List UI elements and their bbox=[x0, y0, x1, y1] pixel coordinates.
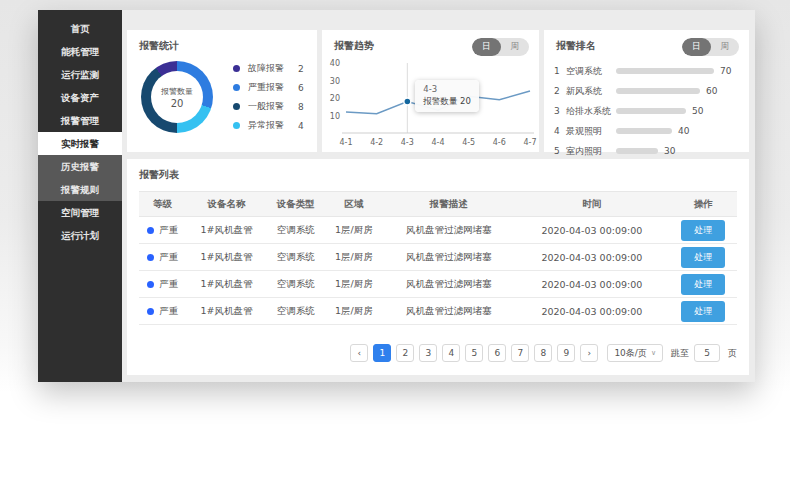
page-button-2[interactable]: 2 bbox=[396, 344, 414, 362]
svg-text:4-4: 4-4 bbox=[431, 138, 444, 147]
type-cell: 空调系统 bbox=[267, 298, 325, 325]
level-text: 严重 bbox=[159, 251, 178, 262]
rank-value: 30 bbox=[664, 146, 675, 156]
sidebar-item-monitoring[interactable]: 运行监测 bbox=[38, 63, 122, 86]
alarm-table: 等级设备名称设备类型区域报警描述时间操作 严重1#风机盘管空调系统1层/厨房风机… bbox=[139, 191, 737, 325]
sidebar-item-energy[interactable]: 能耗管理 bbox=[38, 40, 122, 63]
table-row: 严重1#风机盘管空调系统1层/厨房风机盘管过滤网堵塞2020-04-03 00:… bbox=[139, 244, 737, 271]
main-content: 报警统计 报警数量 20 故障报警2严重报警6一般报警8异常报警4 报警趋势 bbox=[122, 10, 755, 382]
svg-text:4-6: 4-6 bbox=[493, 138, 506, 147]
sidebar-item-alarm-rules[interactable]: 报警规则 bbox=[38, 178, 122, 201]
time-cell: 2020-04-03 00:09:00 bbox=[514, 271, 669, 298]
legend-label: 严重报警 bbox=[248, 81, 298, 94]
column-header: 等级 bbox=[139, 192, 187, 217]
page-button-4[interactable]: 4 bbox=[442, 344, 460, 362]
handle-button[interactable]: 处理 bbox=[681, 247, 725, 268]
level-cell: 严重 bbox=[139, 298, 187, 325]
jump-page-input[interactable] bbox=[694, 344, 720, 362]
svg-text:20: 20 bbox=[330, 94, 340, 103]
sidebar-item-alarm[interactable]: 报警管理 bbox=[38, 109, 122, 132]
rank-number: 1 bbox=[554, 66, 566, 76]
table-row: 严重1#风机盘管空调系统1层/厨房风机盘管过滤网堵塞2020-04-03 00:… bbox=[139, 217, 737, 244]
rank-label: 景观照明 bbox=[566, 125, 616, 138]
action-cell: 处理 bbox=[669, 217, 737, 244]
action-cell: 处理 bbox=[669, 271, 737, 298]
legend-dot-icon bbox=[233, 122, 240, 129]
legend-dot-icon bbox=[233, 103, 240, 110]
tooltip-value: 报警数量 20 bbox=[423, 96, 471, 108]
svg-text:30: 30 bbox=[330, 77, 340, 86]
sidebar-item-history-alarm[interactable]: 历史报警 bbox=[38, 155, 122, 178]
alarm-trend-card: 报警趋势 日 周 102030404-14-24-34-44-54-64-7 4… bbox=[322, 30, 539, 152]
sidebar-item-realtime-alarm[interactable]: 实时报警 bbox=[38, 132, 122, 155]
ranking-period-toggle: 日 周 bbox=[682, 38, 739, 56]
svg-text:4-7: 4-7 bbox=[523, 138, 536, 147]
ranking-row: 4景观照明40 bbox=[544, 121, 749, 141]
next-page-button[interactable]: › bbox=[580, 344, 598, 362]
ranking-toggle-day[interactable]: 日 bbox=[682, 38, 711, 56]
severity-dot-icon bbox=[147, 254, 154, 261]
handle-button[interactable]: 处理 bbox=[681, 301, 725, 322]
trend-toggle-day[interactable]: 日 bbox=[472, 38, 501, 56]
alarm-stats-card: 报警统计 报警数量 20 故障报警2严重报警6一般报警8异常报警4 bbox=[127, 30, 317, 152]
page-button-7[interactable]: 7 bbox=[511, 344, 529, 362]
sidebar: 首页能耗管理运行监测设备资产报警管理实时报警历史报警报警规则空间管理运行计划 bbox=[38, 10, 122, 382]
svg-text:4-3: 4-3 bbox=[401, 138, 414, 147]
legend-item[interactable]: 一般报警8 bbox=[233, 100, 304, 113]
svg-text:4-5: 4-5 bbox=[462, 138, 475, 147]
rank-label: 室内照明 bbox=[566, 145, 616, 158]
type-cell: 空调系统 bbox=[267, 271, 325, 298]
desc-cell: 风机盘管过滤网堵塞 bbox=[383, 271, 514, 298]
sidebar-item-plan[interactable]: 运行计划 bbox=[38, 224, 122, 247]
page-size-select[interactable]: 10条/页∨ bbox=[607, 344, 663, 362]
legend-item[interactable]: 严重报警6 bbox=[233, 81, 304, 94]
type-cell: 空调系统 bbox=[267, 244, 325, 271]
level-text: 严重 bbox=[159, 224, 178, 235]
sidebar-item-space[interactable]: 空间管理 bbox=[38, 201, 122, 224]
desc-cell: 风机盘管过滤网堵塞 bbox=[383, 298, 514, 325]
rank-label: 新风系统 bbox=[566, 85, 616, 98]
legend-value: 4 bbox=[298, 121, 304, 131]
action-cell: 处理 bbox=[669, 298, 737, 325]
handle-button[interactable]: 处理 bbox=[681, 274, 725, 295]
trend-line-chart: 102030404-14-24-34-44-54-64-7 4-3 报警数量 2… bbox=[324, 55, 537, 149]
stats-cards-row: 报警统计 报警数量 20 故障报警2严重报警6一般报警8异常报警4 报警趋势 bbox=[127, 30, 749, 152]
area-cell: 1层/厨房 bbox=[325, 298, 383, 325]
severity-dot-icon bbox=[147, 227, 154, 234]
rank-bar bbox=[616, 128, 672, 134]
device-cell: 1#风机盘管 bbox=[187, 244, 267, 271]
page-button-1[interactable]: 1 bbox=[373, 344, 391, 362]
page-button-9[interactable]: 9 bbox=[557, 344, 575, 362]
page-button-8[interactable]: 8 bbox=[534, 344, 552, 362]
rank-label: 空调系统 bbox=[566, 65, 616, 78]
rank-label: 给排水系统 bbox=[566, 105, 616, 118]
donut-center: 报警数量 20 bbox=[151, 71, 203, 123]
level-cell: 严重 bbox=[139, 244, 187, 271]
legend-value: 8 bbox=[298, 102, 304, 112]
legend-item[interactable]: 故障报警2 bbox=[233, 62, 304, 75]
trend-period-toggle: 日 周 bbox=[472, 38, 529, 56]
page-button-3[interactable]: 3 bbox=[419, 344, 437, 362]
area-cell: 1层/厨房 bbox=[325, 244, 383, 271]
trend-toggle-week[interactable]: 周 bbox=[501, 38, 530, 56]
page-suffix-label: 页 bbox=[728, 347, 737, 360]
svg-text:4-1: 4-1 bbox=[339, 138, 352, 147]
alarm-list-title: 报警列表 bbox=[139, 159, 737, 182]
sidebar-item-home[interactable]: 首页 bbox=[38, 17, 122, 40]
time-cell: 2020-04-03 00:09:00 bbox=[514, 298, 669, 325]
svg-text:4-2: 4-2 bbox=[370, 138, 383, 147]
column-header: 设备类型 bbox=[267, 192, 325, 217]
sidebar-item-assets[interactable]: 设备资产 bbox=[38, 86, 122, 109]
column-header: 区域 bbox=[325, 192, 383, 217]
rank-bar bbox=[616, 108, 686, 114]
rank-bar bbox=[616, 88, 700, 94]
legend-item[interactable]: 异常报警4 bbox=[233, 119, 304, 132]
ranking-toggle-week[interactable]: 周 bbox=[711, 38, 740, 56]
handle-button[interactable]: 处理 bbox=[681, 220, 725, 241]
prev-page-button[interactable]: ‹ bbox=[350, 344, 368, 362]
donut-legend: 故障报警2严重报警6一般报警8异常报警4 bbox=[233, 62, 304, 132]
column-header: 报警描述 bbox=[383, 192, 514, 217]
page-button-5[interactable]: 5 bbox=[465, 344, 483, 362]
page-button-6[interactable]: 6 bbox=[488, 344, 506, 362]
legend-label: 故障报警 bbox=[248, 62, 298, 75]
